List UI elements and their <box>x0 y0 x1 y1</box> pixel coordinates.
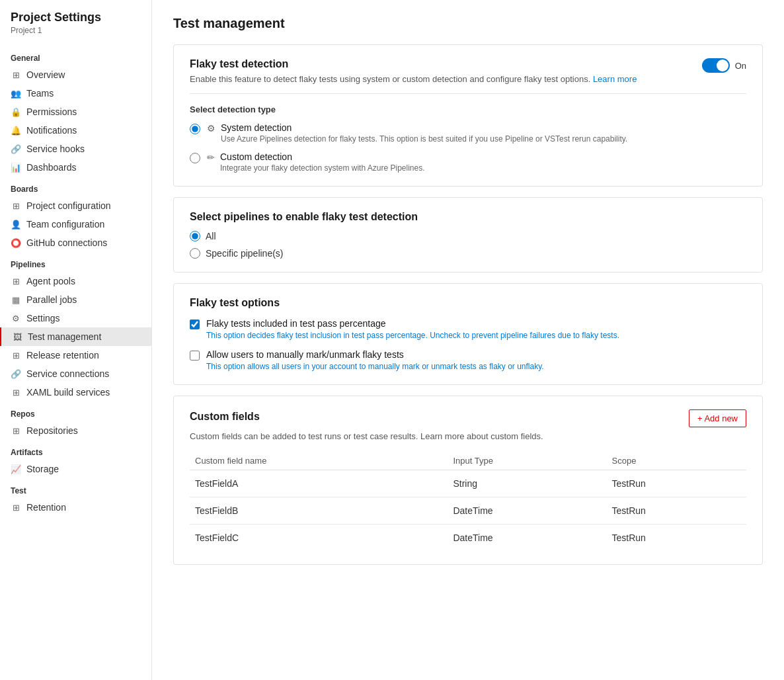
add-new-button[interactable]: + Add new <box>689 409 746 427</box>
repositories-icon: ⊞ <box>11 425 21 436</box>
custom-detection-radio[interactable] <box>190 153 200 163</box>
cell-name: TestFieldC <box>190 525 448 552</box>
custom-detection-icon: ✏ <box>207 152 215 163</box>
detection-type-group: ⚙ System detection Use Azure Pipelines d… <box>190 122 746 173</box>
release-retention-icon: ⊞ <box>11 350 21 361</box>
settings-icon: ⚙ <box>11 313 21 323</box>
sidebar-item-teams[interactable]: 👥Teams <box>0 84 151 103</box>
sidebar-item-service-hooks[interactable]: 🔗Service hooks <box>0 140 151 158</box>
sidebar-item-label-project-configuration: Project configuration <box>26 200 111 211</box>
include-pass-option: Flaky tests included in test pass percen… <box>190 318 746 340</box>
system-detection-option: ⚙ System detection Use Azure Pipelines d… <box>190 122 746 144</box>
sidebar-section-test: Test <box>0 478 151 498</box>
flaky-detection-title: Flaky test detection <box>190 58 637 70</box>
sidebar-subtitle: Project 1 <box>0 26 151 46</box>
sidebar-item-overview[interactable]: ⊞Overview <box>0 65 151 84</box>
learn-more-link[interactable]: Learn more <box>593 74 637 84</box>
include-pass-checkbox[interactable] <box>190 319 200 329</box>
system-detection-radio[interactable] <box>190 124 200 134</box>
custom-fields-header: Custom fields + Add new <box>190 409 746 427</box>
sidebar-item-label-github-connections: GitHub connections <box>26 237 107 248</box>
sidebar-item-label-notifications: Notifications <box>26 125 77 136</box>
specific-pipelines-radio[interactable] <box>190 248 200 259</box>
sidebar-item-label-repositories: Repositories <box>26 425 78 436</box>
cell-name: TestFieldA <box>190 470 448 497</box>
sidebar-item-label-permissions: Permissions <box>26 106 77 117</box>
dashboards-icon: 📊 <box>11 162 21 173</box>
sidebar-title: Project Settings <box>0 11 151 26</box>
system-detection-desc: Use Azure Pipelines detection for flaky … <box>221 134 627 144</box>
sidebar-item-github-connections[interactable]: ⭕GitHub connections <box>0 234 151 252</box>
col-header-scope: Scope <box>607 452 746 470</box>
teams-icon: 👥 <box>11 88 21 99</box>
table-row: TestFieldAStringTestRun <box>190 470 746 497</box>
custom-detection-option: ✏ Custom detection Integrate your flaky … <box>190 151 746 173</box>
team-configuration-icon: 👤 <box>11 219 21 230</box>
sidebar-item-label-agent-pools: Agent pools <box>26 276 75 286</box>
sidebar-item-team-configuration[interactable]: 👤Team configuration <box>0 215 151 234</box>
flaky-options-card: Flaky test options Flaky tests included … <box>173 283 763 385</box>
sidebar-item-label-xaml-build-services: XAML build services <box>26 387 110 398</box>
cell-scope: TestRun <box>607 470 746 497</box>
cell-name: TestFieldB <box>190 497 448 525</box>
project-configuration-icon: ⊞ <box>11 200 21 211</box>
flaky-detection-card: Flaky test detection Enable this feature… <box>173 44 763 187</box>
sidebar-item-label-service-connections: Service connections <box>26 368 109 379</box>
specific-pipelines-option: Specific pipeline(s) <box>190 248 746 259</box>
all-pipelines-option: All <box>190 231 746 241</box>
notifications-icon: 🔔 <box>11 125 21 136</box>
sidebar-item-notifications[interactable]: 🔔Notifications <box>0 121 151 140</box>
sidebar-item-dashboards[interactable]: 📊Dashboards <box>0 158 151 177</box>
flaky-detection-desc: Enable this feature to detect flaky test… <box>190 74 637 84</box>
custom-detection-desc: Integrate your flaky detection system wi… <box>220 163 425 173</box>
pipelines-card: Select pipelines to enable flaky test de… <box>173 197 763 273</box>
agent-pools-icon: ⊞ <box>11 276 21 286</box>
sidebar-item-release-retention[interactable]: ⊞Release retention <box>0 346 151 364</box>
sidebar-item-retention[interactable]: ⊞Retention <box>0 498 151 517</box>
sidebar-section-pipelines: Pipelines <box>0 252 151 272</box>
retention-icon: ⊞ <box>11 502 21 513</box>
sidebar-item-xaml-build-services[interactable]: ⊞XAML build services <box>0 383 151 402</box>
sidebar-item-parallel-jobs[interactable]: ▦Parallel jobs <box>0 290 151 309</box>
sidebar-item-repositories[interactable]: ⊞Repositories <box>0 421 151 440</box>
cell-input_type: DateTime <box>448 525 606 552</box>
pipelines-section-title: Select pipelines to enable flaky test de… <box>190 211 746 223</box>
system-detection-title: System detection <box>221 122 627 133</box>
cell-input_type: String <box>448 470 606 497</box>
github-connections-icon: ⭕ <box>11 237 21 248</box>
all-pipelines-label[interactable]: All <box>206 231 216 241</box>
sidebar-item-label-service-hooks: Service hooks <box>26 144 85 154</box>
sidebar-item-settings[interactable]: ⚙Settings <box>0 309 151 327</box>
sidebar-item-service-connections[interactable]: 🔗Service connections <box>0 364 151 383</box>
sidebar-section-artifacts: Artifacts <box>0 440 151 460</box>
overview-icon: ⊞ <box>11 69 21 80</box>
allow-manual-desc: This option allows all users in your acc… <box>206 362 544 371</box>
service-connections-icon: 🔗 <box>11 368 21 379</box>
custom-fields-desc: Custom fields can be added to test runs … <box>190 431 746 441</box>
allow-manual-checkbox[interactable] <box>190 351 200 361</box>
cell-scope: TestRun <box>607 525 746 552</box>
cell-scope: TestRun <box>607 497 746 525</box>
sidebar-item-storage[interactable]: 📈Storage <box>0 460 151 478</box>
sidebar: Project Settings Project 1 General⊞Overv… <box>0 0 152 680</box>
table-row: TestFieldBDateTimeTestRun <box>190 497 746 525</box>
all-pipelines-radio[interactable] <box>190 231 200 241</box>
sidebar-item-label-parallel-jobs: Parallel jobs <box>26 294 77 305</box>
storage-icon: 📈 <box>11 464 21 474</box>
allow-manual-option: Allow users to manually mark/unmark flak… <box>190 349 746 371</box>
sidebar-item-label-teams: Teams <box>26 88 54 99</box>
specific-pipelines-label[interactable]: Specific pipeline(s) <box>206 248 284 259</box>
flaky-toggle[interactable] <box>702 58 730 73</box>
sidebar-item-label-team-configuration: Team configuration <box>26 219 104 230</box>
parallel-jobs-icon: ▦ <box>11 294 21 305</box>
detection-type-label: Select detection type <box>190 105 746 114</box>
sidebar-item-agent-pools[interactable]: ⊞Agent pools <box>0 272 151 290</box>
pipelines-radio-group: All Specific pipeline(s) <box>190 231 746 259</box>
include-pass-title: Flaky tests included in test pass percen… <box>206 318 619 329</box>
sidebar-item-project-configuration[interactable]: ⊞Project configuration <box>0 196 151 215</box>
sidebar-item-label-storage: Storage <box>26 464 59 474</box>
sidebar-item-test-management[interactable]: 🖼Test management <box>0 327 151 346</box>
xaml-build-services-icon: ⊞ <box>11 387 21 398</box>
sidebar-item-permissions[interactable]: 🔒Permissions <box>0 103 151 121</box>
checkbox-group: Flaky tests included in test pass percen… <box>190 318 746 371</box>
